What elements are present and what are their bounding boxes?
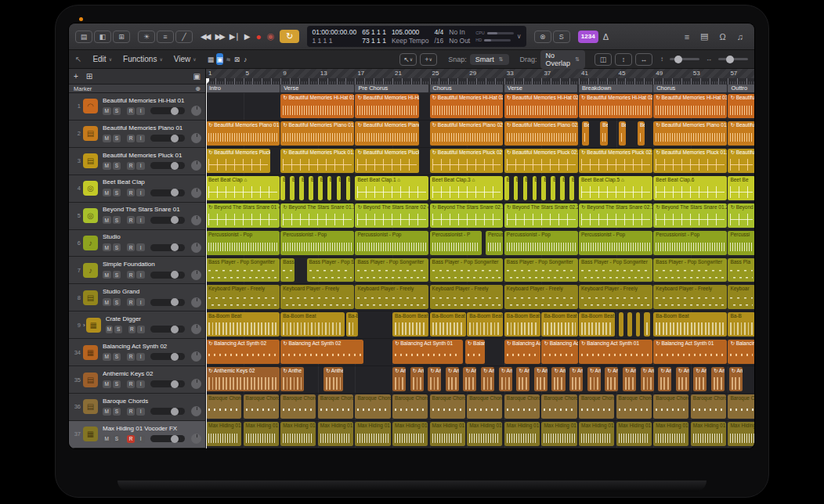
region[interactable]: B (346, 176, 351, 200)
region[interactable]: ↻ Beautiful Memories Hi-Hat 03.2 (728, 94, 754, 118)
region[interactable]: ↻ Anthe (605, 367, 618, 391)
region[interactable]: ↻ Beautiful Memories Pluck 02.2 (504, 149, 578, 173)
drum-icon[interactable]: ◎ (83, 208, 98, 223)
automation-icon[interactable]: ≈ (226, 53, 232, 65)
mute-button[interactable]: M (103, 162, 111, 170)
region[interactable]: Bass Player - Pop Songwriter (206, 258, 280, 283)
region[interactable]: Percussi (728, 231, 754, 255)
synth-icon[interactable]: ▦ (83, 345, 98, 360)
bar-ruler[interactable]: 159131721252933374145495357 (206, 69, 754, 78)
pan-knob[interactable] (191, 215, 201, 225)
region[interactable]: Percussionist - P (430, 231, 482, 255)
sampler-icon[interactable]: ▦ (86, 318, 101, 333)
mute-button[interactable]: M (103, 298, 111, 306)
region[interactable]: ↻ Beyond The Stars Snare 01.1 (280, 203, 354, 228)
region[interactable]: ↻ Anthe (658, 367, 671, 391)
input-monitor-button[interactable]: I (136, 107, 145, 115)
track-name[interactable]: Beet Beat Clap (103, 178, 201, 185)
region[interactable]: Max Hiding 01 V (691, 422, 726, 446)
record-enable-button[interactable]: R (127, 271, 136, 279)
region[interactable]: ↻ Anthe (463, 367, 476, 391)
track-header[interactable]: 35▤Anthemic Keys 02MSRI (69, 366, 205, 394)
arrangement-marker[interactable]: Chorus (653, 85, 727, 92)
region[interactable]: ↻ Beautiful Memories Pluck 0 (728, 149, 754, 173)
mixer-icon[interactable]: ≡ (157, 31, 174, 43)
region[interactable]: ↻ Beautiful Memories Pluck 01.2 (653, 149, 727, 173)
view-menu[interactable]: View∨ (174, 55, 197, 63)
drum-icon[interactable]: ◎ (83, 181, 98, 196)
record-enable-button[interactable]: R (127, 243, 136, 251)
region[interactable]: Max Hiding 01 V (728, 422, 754, 446)
track-header[interactable]: 4◎Beet Beat ClapMSRI (69, 175, 205, 203)
pan-knob[interactable] (191, 270, 201, 280)
region[interactable]: Keyboard Player - Freely (280, 285, 354, 309)
region[interactable]: B (560, 176, 565, 200)
solo-button[interactable]: S (113, 189, 121, 196)
edit-menu[interactable]: Edit∨ (92, 55, 112, 63)
region[interactable]: Percussionist - Pop (206, 231, 280, 255)
region[interactable]: Bass Pla (728, 258, 754, 283)
add-track-button[interactable]: + (74, 72, 78, 81)
volume-slider[interactable] (150, 272, 185, 279)
region[interactable]: B (523, 176, 528, 200)
dimmer-icon[interactable]: ☀ (138, 31, 155, 43)
track-name[interactable]: Beautiful Memories Hi-Hat 01 (103, 97, 201, 104)
flex-icon[interactable]: ♪ (242, 53, 248, 65)
region[interactable]: Beet Beat Clap.6 (653, 176, 727, 200)
hihat-icon[interactable]: ◠ (83, 99, 98, 113)
region[interactable]: ↻ Anthe (729, 367, 743, 391)
solo-button[interactable]: S (113, 380, 121, 388)
record-enable-button[interactable]: R (127, 435, 136, 443)
region[interactable]: ↻ Anthe (711, 367, 725, 391)
pan-knob[interactable] (191, 406, 201, 416)
track-header[interactable]: 36▤Baroque ChordsMSRI (69, 394, 205, 421)
region[interactable]: Beet Beat Clap ⌂ (206, 176, 280, 200)
region[interactable]: Ba-Boom Beat (467, 312, 503, 337)
region[interactable]: Beet Beat Clap.3 ⌂ (430, 176, 504, 200)
region[interactable]: ↻ Beautiful Memories Piano 02 (430, 121, 504, 146)
track-name[interactable]: Crate Digger (106, 315, 201, 322)
region[interactable]: B (337, 176, 342, 200)
mute-button[interactable]: M (103, 189, 111, 196)
arrangement-marker[interactable]: Breakdown (579, 85, 652, 92)
track-name[interactable]: Balancing Act Synth 02 (103, 343, 201, 350)
horizontal-auto-zoom-icon[interactable]: ↔ (635, 53, 652, 66)
add-marker-button[interactable]: ⊕ (195, 85, 201, 92)
input-monitor-button[interactable]: I (136, 380, 145, 388)
mute-button[interactable]: M (106, 326, 114, 333)
region[interactable]: Percussionist - Pop (579, 231, 652, 255)
solo-button[interactable]: S (113, 271, 121, 279)
record-button[interactable]: ● (256, 31, 262, 42)
region[interactable]: Keyboard Player - Freely (579, 285, 652, 309)
input-monitor-button[interactable]: I (136, 298, 145, 306)
region[interactable]: ↻ Anthe (446, 367, 459, 391)
region[interactable]: ↻ Beautiful Memories Hi-Hat 02.1 (430, 94, 504, 118)
vertical-zoom-slider[interactable] (670, 58, 699, 60)
region[interactable]: Max Hiding 01 V (653, 422, 688, 446)
region[interactable]: Percussionist - Pop (355, 231, 428, 255)
region[interactable]: Baroque Chords (691, 394, 726, 419)
track-name[interactable]: Beautiful Memories Piano 01 (103, 124, 201, 131)
keys-icon[interactable]: ▤ (83, 373, 98, 387)
region[interactable]: Ba-Boom Beat (206, 312, 280, 337)
region[interactable]: Max Hiding 01 V (355, 422, 390, 446)
track-name[interactable]: Simple Foundation (103, 261, 201, 268)
lcd-display[interactable]: 01:00:00:00.00 1 1 1 1 65 1 1 1 73 1 1 1… (307, 26, 526, 47)
input-monitor-button[interactable]: I (136, 243, 145, 251)
region[interactable]: Baroque Chords (728, 394, 754, 419)
region[interactable]: Max Hiding 01 V (206, 422, 241, 446)
region[interactable]: ↻ Beyond The Stars Snare 01 ∞ (206, 203, 280, 228)
region[interactable]: ↻ Anthe (280, 367, 304, 391)
region[interactable]: Be (600, 121, 607, 146)
region[interactable]: Max Hiding 01 V (616, 422, 652, 446)
input-monitor-button[interactable]: I (136, 216, 145, 224)
region[interactable]: Bass Player - Pop So (307, 258, 354, 283)
region[interactable]: ↻ Anthe (392, 367, 406, 391)
region[interactable]: Ba-Boom Beat (541, 312, 577, 337)
region[interactable]: ↻ Anthe (569, 367, 583, 391)
region[interactable]: Keyboard Player - Freely (504, 285, 578, 309)
track-header[interactable]: 9›▦Crate DiggerMSRI (69, 311, 205, 339)
region[interactable]: Baroque Chords (504, 394, 540, 419)
mute-button[interactable]: M (103, 135, 111, 142)
region-inspector-icon[interactable]: ▣ (216, 53, 223, 65)
